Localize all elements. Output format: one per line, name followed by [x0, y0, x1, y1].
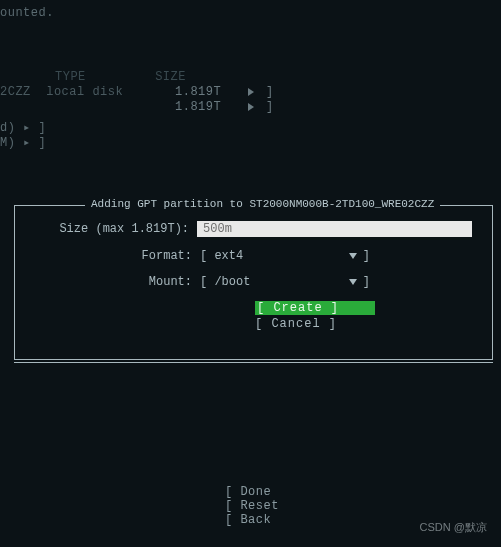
format-select[interactable]: [ ext4] [200, 249, 370, 263]
bg-text-mounted: ounted. [0, 6, 54, 20]
watermark: CSDN @默凉 [420, 520, 487, 535]
chevron-right-icon [248, 103, 254, 111]
bg-text-size2: 1.819T ] [175, 100, 274, 114]
cancel-button[interactable]: [ Cancel ] [255, 317, 375, 331]
back-button[interactable]: [ Back [225, 513, 279, 527]
bg-text-disk-row: 2CZZ local disk [0, 85, 123, 99]
size-input[interactable]: 500m [197, 221, 472, 237]
dialog-title: Adding GPT partition to ST2000NM000B-2TD… [85, 198, 440, 210]
chevron-down-icon [349, 279, 357, 285]
chevron-right-icon [248, 88, 254, 96]
reset-button[interactable]: [ Reset [225, 499, 279, 513]
footer-actions: [ Done [ Reset [ Back [225, 485, 279, 527]
bg-text-tag2: M) ▸ ] [0, 135, 46, 150]
chevron-down-icon [349, 253, 357, 259]
partition-dialog: Adding GPT partition to ST2000NM000B-2TD… [14, 205, 493, 360]
done-button[interactable]: [ Done [225, 485, 279, 499]
create-button[interactable]: [ Create ] [255, 301, 375, 315]
divider [14, 362, 493, 363]
mount-select[interactable]: [ /boot] [200, 275, 370, 289]
bg-text-tag1: d) ▸ ] [0, 120, 46, 135]
mount-label: Mount: [35, 275, 200, 289]
size-label: Size (max 1.819T): [35, 222, 197, 236]
bg-text-headers: TYPE SIZE [55, 70, 186, 84]
bg-text-size1: 1.819T ] [175, 85, 274, 99]
format-label: Format: [35, 249, 200, 263]
